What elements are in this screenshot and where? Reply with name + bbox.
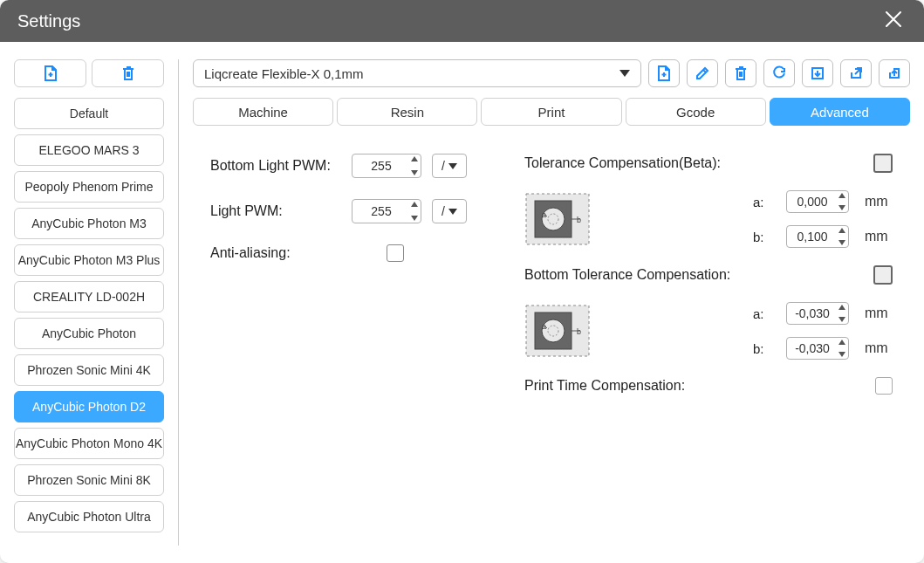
sidebar-item-elegoo-mars-3[interactable]: ELEGOO MARS 3 — [14, 134, 164, 166]
import-file-button[interactable] — [648, 59, 680, 87]
sidebar-item-anycubic-photon-mono-4k[interactable]: AnyCubic Photon Mono 4K — [14, 428, 164, 459]
chevron-down-icon — [448, 209, 457, 215]
tab-machine[interactable]: Machine — [193, 98, 333, 126]
edit-button[interactable] — [687, 59, 718, 87]
stepper-up-icon[interactable] — [838, 340, 845, 345]
input-value: -0,030 — [795, 341, 830, 355]
sidebar: Default ELEGOO MARS 3 Peopoly Phenom Pri… — [14, 59, 164, 546]
stepper-down-icon[interactable] — [838, 205, 845, 210]
unit-label: mm — [865, 306, 893, 321]
sidebar-item-label: AnyCubic Photon Ultra — [27, 510, 151, 524]
sidebar-item-default[interactable]: Default — [14, 98, 164, 129]
tab-label: Machine — [238, 105, 288, 120]
sidebar-item-label: ELEGOO MARS 3 — [38, 143, 139, 157]
tolerance-b-label: b: — [753, 230, 770, 244]
bottom-tolerance-diagram-icon: a b — [524, 304, 591, 358]
sidebar-item-peopoly-phenom-prime[interactable]: Peopoly Phenom Prime — [14, 171, 164, 203]
tab-label: Gcode — [676, 105, 715, 120]
sidebar-item-label: AnyCubic Photon — [42, 326, 136, 340]
bottom-tolerance-a-input[interactable]: -0,030 — [786, 302, 849, 325]
print-time-checkbox[interactable] — [875, 377, 893, 395]
anti-aliasing-checkbox[interactable] — [387, 244, 404, 262]
add-profile-button[interactable] — [14, 59, 86, 87]
upload-icon — [886, 65, 902, 81]
stepper-up-icon[interactable] — [838, 228, 845, 233]
stepper-up-icon[interactable] — [411, 202, 418, 207]
light-pwm-extra-select[interactable]: / — [432, 199, 467, 223]
stepper-up-icon[interactable] — [838, 193, 845, 198]
export-button[interactable] — [840, 59, 872, 87]
select-value: / — [441, 159, 445, 173]
sidebar-item-anycubic-photon-ultra[interactable]: AnyCubic Photon Ultra — [14, 501, 164, 532]
tab-advanced[interactable]: Advanced — [770, 98, 910, 126]
stepper-up-icon[interactable] — [838, 305, 845, 310]
sidebar-item-anycubic-photon[interactable]: AnyCubic Photon — [14, 318, 164, 349]
sidebar-item-label: AnyCubic Photon D2 — [32, 400, 146, 414]
bottom-light-pwm-extra-select[interactable]: / — [432, 154, 467, 178]
tab-resin[interactable]: Resin — [337, 98, 477, 126]
refresh-icon — [771, 65, 787, 81]
sidebar-item-phrozen-sonic-mini-4k[interactable]: Phrozen Sonic Mini 4K — [14, 354, 164, 386]
vertical-divider — [178, 59, 179, 546]
bottom-light-pwm-input[interactable]: 255 — [352, 154, 421, 178]
print-time-label: Print Time Compensation: — [524, 378, 685, 394]
input-value: 0,100 — [797, 230, 827, 244]
light-pwm-label: Light PWM: — [210, 203, 341, 219]
stepper-down-icon[interactable] — [411, 216, 418, 221]
bottom-tolerance-b-input[interactable]: -0,030 — [786, 337, 849, 360]
close-button[interactable] — [880, 6, 907, 36]
stepper-down-icon[interactable] — [838, 240, 845, 245]
sidebar-item-label: AnyCubic Photon M3 Plus — [18, 253, 161, 267]
svg-text:b: b — [577, 216, 581, 224]
refresh-button[interactable] — [763, 59, 795, 87]
sidebar-item-anycubic-photon-m3-plus[interactable]: AnyCubic Photon M3 Plus — [14, 244, 164, 276]
file-plus-icon — [43, 65, 58, 82]
window-title: Settings — [17, 11, 80, 31]
delete-profile-button[interactable] — [92, 59, 164, 87]
sidebar-item-label: Peopoly Phenom Prime — [24, 180, 153, 194]
bottom-tolerance-a-label: a: — [753, 306, 770, 321]
sidebar-item-label: AnyCubic Photon Mono 4K — [16, 436, 162, 450]
titlebar: Settings — [0, 0, 924, 42]
profile-select[interactable]: Liqcreate Flexible-X 0,1mm — [193, 59, 641, 87]
tab-print[interactable]: Print — [481, 98, 621, 126]
bottom-light-pwm-label: Bottom Light PWM: — [210, 158, 341, 174]
tab-label: Print — [538, 105, 565, 120]
pencil-icon — [695, 65, 710, 81]
tolerance-a-input[interactable]: 0,000 — [786, 190, 849, 213]
tab-label: Advanced — [811, 105, 869, 120]
stepper-down-icon[interactable] — [411, 170, 418, 175]
input-value: 0,000 — [797, 195, 827, 209]
download-button[interactable] — [802, 59, 833, 87]
tab-gcode[interactable]: Gcode — [626, 98, 766, 126]
tolerance-b-input[interactable]: 0,100 — [786, 225, 849, 248]
bottom-tolerance-b-label: b: — [753, 341, 770, 356]
stepper-down-icon[interactable] — [838, 317, 845, 322]
tolerance-checkbox[interactable] — [873, 154, 893, 173]
profile-selected-label: Liqcreate Flexible-X 0,1mm — [204, 66, 364, 81]
unit-label: mm — [865, 340, 893, 356]
sidebar-item-label: Phrozen Sonic Mini 4K — [27, 363, 151, 377]
delete-button[interactable] — [725, 59, 756, 87]
input-value: -0,030 — [795, 306, 830, 320]
upload-button[interactable] — [879, 59, 910, 87]
trash-icon — [120, 65, 136, 82]
input-value: 255 — [371, 159, 391, 173]
sidebar-item-anycubic-photon-m3[interactable]: AnyCubic Photon M3 — [14, 208, 164, 239]
download-icon — [810, 65, 825, 81]
tolerance-diagram-icon: a b — [524, 192, 591, 246]
external-link-icon — [848, 65, 864, 81]
main-panel: Liqcreate Flexible-X 0,1mm — [193, 59, 910, 546]
light-pwm-input[interactable]: 255 — [352, 199, 421, 223]
close-icon — [884, 10, 903, 29]
stepper-up-icon[interactable] — [411, 156, 418, 161]
chevron-down-icon — [448, 163, 457, 169]
bottom-tolerance-checkbox[interactable] — [873, 265, 893, 285]
tolerance-a-label: a: — [753, 195, 770, 209]
stepper-down-icon[interactable] — [838, 352, 845, 357]
bottom-tolerance-label: Bottom Tolerance Compensation: — [524, 267, 730, 283]
svg-text:b: b — [577, 327, 581, 336]
sidebar-item-anycubic-photon-d2[interactable]: AnyCubic Photon D2 — [14, 391, 164, 422]
sidebar-item-creality-ld002h[interactable]: CREALITY LD-002H — [14, 281, 164, 312]
sidebar-item-phrozen-sonic-mini-8k[interactable]: Phrozen Sonic Mini 8K — [14, 464, 164, 496]
